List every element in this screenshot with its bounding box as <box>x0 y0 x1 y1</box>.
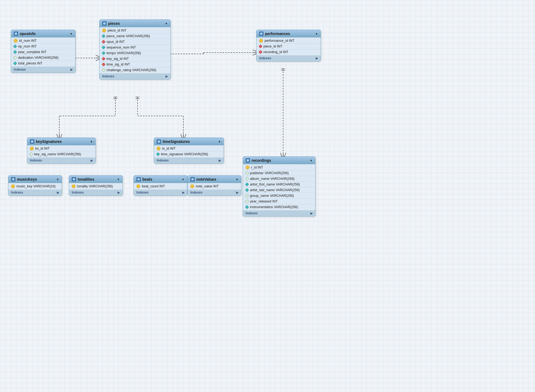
table-timeSignatures[interactable]: timeSignatures ▼ ts_id INT time_signatur… <box>154 137 224 164</box>
diamond-icon-op_num <box>13 44 17 48</box>
footer-arrow-musicKeys[interactable]: ▶ <box>57 191 59 194</box>
svg-line-3 <box>96 55 99 57</box>
field-tempo: tempo VARCHAR(256) <box>100 50 170 56</box>
footer-arrow-noteValues[interactable]: ▶ <box>236 191 238 194</box>
indexes-label-beats: Indexes <box>136 191 149 194</box>
table-icon-pieces <box>102 21 107 26</box>
field-performance_id: performance_id INT <box>256 38 321 44</box>
table-header-musicKeys[interactable]: musicKeys ▼ <box>8 176 62 183</box>
table-tonalities[interactable]: tonalities ▼ tonality VARCHAR(256) Index… <box>69 175 123 196</box>
field-ts_id: ts_id INT <box>154 146 224 152</box>
field-dedication: dedication VARCHAR(256) <box>11 55 75 61</box>
table-header-timeSignatures[interactable]: timeSignatures ▼ <box>154 138 224 145</box>
table-footer-noteValues[interactable]: Indexes ▶ <box>188 190 241 195</box>
diamond-icon-time_sig_id <box>102 63 105 66</box>
table-keySignatures[interactable]: keySignatures ▼ ks_id INT key_sig_name V… <box>27 137 96 164</box>
key-icon-note_value <box>190 184 194 188</box>
footer-arrow-performances[interactable]: ▶ <box>316 57 318 60</box>
table-header-keySignatures[interactable]: keySignatures ▼ <box>27 138 95 145</box>
field-album_name: album_name VARCHAR(256) <box>243 176 315 182</box>
indexes-label-recordings: Indexes <box>246 211 258 215</box>
diamond-icon-dedication <box>13 56 17 60</box>
indexes-label-noteValues: Indexes <box>190 191 203 194</box>
table-body-tonalities: tonality VARCHAR(256) <box>69 183 122 190</box>
table-header-recordings[interactable]: recordings ▼ <box>243 157 315 164</box>
key-icon-ks_id <box>30 147 34 150</box>
diamond-icon-piece_name <box>102 34 105 38</box>
table-recordings[interactable]: recordings ▼ r_id INT publisher VARCHAR(… <box>243 156 315 216</box>
key-icon-music_key <box>11 184 15 188</box>
indexes-label-pieces: Indexes <box>102 74 114 78</box>
table-footer-tonalities[interactable]: Indexes ▶ <box>69 190 122 195</box>
table-footer-keySignatures[interactable]: Indexes ▶ <box>27 157 95 163</box>
table-body-keySignatures: ks_id INT key_sig_name VARCHAR(256) <box>27 145 95 157</box>
table-icon-recordings <box>246 158 250 163</box>
field-publisher: publisher VARCHAR(256) <box>243 170 315 176</box>
table-header-opusInfo[interactable]: opusInfo ▼ <box>11 30 75 37</box>
table-header-performances[interactable]: performances ▼ <box>256 30 321 37</box>
diamond-icon-sequence_num <box>102 46 105 49</box>
footer-arrow-pieces[interactable]: ▶ <box>166 75 168 78</box>
table-icon-opusInfo <box>14 32 18 36</box>
field-time_sig_id: time_sig_id INT <box>100 62 170 67</box>
table-body-musicKeys: music_key VARCHAR(10) <box>8 183 62 190</box>
dropdown-arrow-tonalities[interactable]: ▼ <box>117 178 120 181</box>
table-icon-timeSignatures <box>157 139 161 144</box>
diamond-icon-time_signature <box>156 152 160 156</box>
table-footer-recordings[interactable]: Indexes ▶ <box>243 210 315 216</box>
footer-arrow-opusInfo[interactable]: ▶ <box>70 68 73 71</box>
field-artist_first_name: artist_first_name VARCHAR(256) <box>243 182 315 187</box>
table-footer-pieces[interactable]: Indexes ▶ <box>100 73 170 79</box>
dropdown-arrow-beats[interactable]: ▼ <box>182 178 184 181</box>
dropdown-arrow-keySignatures[interactable]: ▼ <box>90 140 93 143</box>
key-icon-r_id <box>246 166 249 169</box>
svg-line-27 <box>181 134 182 137</box>
footer-arrow-beats[interactable]: ▶ <box>182 191 184 194</box>
table-footer-opusInfo[interactable]: Indexes ▶ <box>11 67 75 73</box>
table-footer-performances[interactable]: Indexes ▶ <box>256 55 321 61</box>
table-footer-timeSignatures[interactable]: Indexes ▶ <box>154 157 224 163</box>
table-header-tonalities[interactable]: tonalities ▼ <box>69 176 122 183</box>
table-musicKeys[interactable]: musicKeys ▼ music_key VARCHAR(10) Indexe… <box>8 175 62 196</box>
field-group_name: group_name VARCHAR(256) <box>243 193 315 199</box>
dropdown-arrow-opusInfo[interactable]: ▼ <box>70 32 73 35</box>
diamond-icon-opus_id <box>102 40 105 44</box>
field-tonality: tonality VARCHAR(256) <box>69 184 122 189</box>
dropdown-arrow-performances[interactable]: ▼ <box>315 32 318 35</box>
table-beats[interactable]: beats ▼ beat_count INT Indexes ▶ <box>133 175 187 196</box>
diamond-icon-year_released <box>245 200 249 203</box>
table-body-beats: beat_count INT <box>134 183 187 190</box>
diamond-icon-instrumentation <box>245 205 249 209</box>
dropdown-arrow-musicKeys[interactable]: ▼ <box>56 178 59 181</box>
svg-line-13 <box>253 54 256 55</box>
dropdown-arrow-timeSignatures[interactable]: ▼ <box>218 140 221 143</box>
svg-line-11 <box>253 50 256 51</box>
table-noteValues[interactable]: noteValues ▼ note_value INT Indexes ▶ <box>187 175 241 196</box>
dropdown-arrow-pieces[interactable]: ▼ <box>165 22 168 25</box>
footer-arrow-tonalities[interactable]: ▶ <box>118 191 120 194</box>
diamond-icon-artist_first_name <box>245 183 249 186</box>
key-icon-performance_id <box>259 39 263 43</box>
table-performances[interactable]: performances ▼ performance_id INT piece_… <box>256 30 321 61</box>
diamond-icon-recording_id <box>259 50 262 54</box>
table-footer-beats[interactable]: Indexes ▶ <box>134 190 187 195</box>
indexes-label-timeSignatures: Indexes <box>157 159 169 162</box>
table-footer-musicKeys[interactable]: Indexes ▶ <box>8 190 62 195</box>
table-pieces[interactable]: pieces ▼ piece_id INT piece_name VARCHAR… <box>99 19 171 80</box>
indexes-label-performances: Indexes <box>259 56 271 60</box>
dropdown-arrow-noteValues[interactable]: ▼ <box>236 178 238 181</box>
footer-arrow-recordings[interactable]: ▶ <box>310 212 313 215</box>
table-header-pieces[interactable]: pieces ▼ <box>100 20 170 27</box>
dropdown-arrow-recordings[interactable]: ▼ <box>310 159 313 162</box>
footer-arrow-timeSignatures[interactable]: ▶ <box>219 159 221 162</box>
table-title-keySignatures: keySignatures <box>36 139 62 144</box>
footer-arrow-keySignatures[interactable]: ▶ <box>91 159 93 162</box>
field-challenge_rating: challenge_rating VARCHAR(256) <box>100 67 170 73</box>
table-title-tonalities: tonalities <box>78 177 94 181</box>
table-icon-beats <box>136 177 141 181</box>
table-body-recordings: r_id INT publisher VARCHAR(256) album_na… <box>243 164 315 210</box>
table-opusInfo[interactable]: opusInfo ▼ id_num INT op_num INT year_co… <box>11 30 76 73</box>
table-header-noteValues[interactable]: noteValues ▼ <box>188 176 241 183</box>
table-header-beats[interactable]: beats ▼ <box>134 176 187 183</box>
table-title-opusInfo: opusInfo <box>20 32 36 36</box>
